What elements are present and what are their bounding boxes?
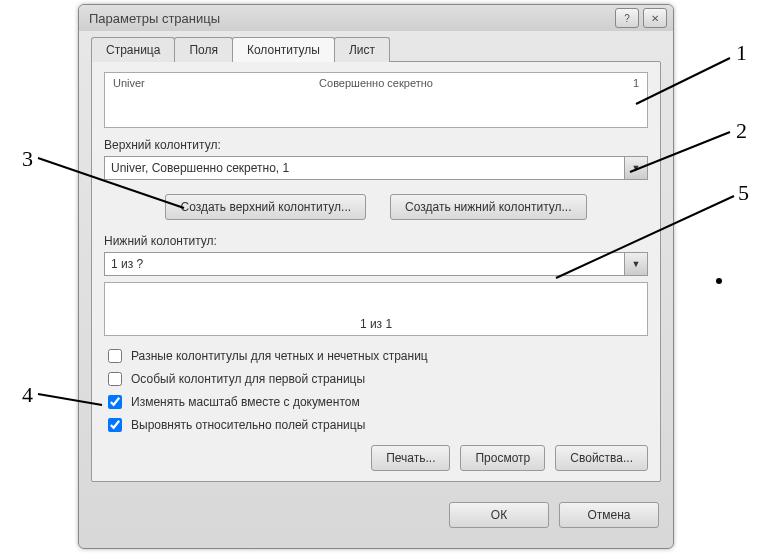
annotation-2: 2 [736, 118, 747, 144]
tab-page[interactable]: Страница [91, 37, 175, 62]
titlebar-buttons: ? ✕ [615, 8, 667, 28]
lower-header-label: Нижний колонтитул: [104, 234, 648, 248]
footer-preview-center: 1 из 1 [360, 317, 392, 331]
headers-panel: Univer Совершенно секретно 1 Верхний кол… [91, 61, 661, 482]
check-first-page-label: Особый колонтитул для первой страницы [131, 372, 365, 386]
create-lower-button[interactable]: Создать нижний колонтитул... [390, 194, 586, 220]
properties-button[interactable]: Свойства... [555, 445, 648, 471]
tab-sheet[interactable]: Лист [334, 37, 390, 62]
dot-marker [716, 278, 722, 284]
check-odd-even-label: Разные колонтитулы для четных и нечетных… [131, 349, 428, 363]
check-scale-label: Изменять масштаб вместе с документом [131, 395, 360, 409]
ok-button[interactable]: ОК [449, 502, 549, 528]
annotation-5: 5 [738, 180, 749, 206]
print-button[interactable]: Печать... [371, 445, 450, 471]
check-align-label: Выровнять относительно полей страницы [131, 418, 365, 432]
lower-header-value: 1 из ? [104, 252, 624, 276]
tab-headers[interactable]: Колонтитулы [232, 37, 335, 62]
footer-preview: 1 из 1 [104, 282, 648, 336]
create-upper-button[interactable]: Создать верхний колонтитул... [165, 194, 366, 220]
dialog-body: Страница Поля Колонтитулы Лист Univer Со… [79, 31, 673, 492]
check-odd-even[interactable] [108, 349, 122, 363]
titlebar: Параметры страницы ? ✕ [79, 5, 673, 31]
lower-header-combo[interactable]: 1 из ? ▼ [104, 252, 648, 276]
header-preview-left: Univer [113, 77, 145, 89]
tab-fields[interactable]: Поля [174, 37, 233, 62]
page-setup-dialog: Параметры страницы ? ✕ Страница Поля Кол… [78, 4, 674, 549]
annotation-1: 1 [736, 40, 747, 66]
help-button[interactable]: ? [615, 8, 639, 28]
close-button[interactable]: ✕ [643, 8, 667, 28]
upper-header-value: Univer, Совершенно секретно, 1 [104, 156, 624, 180]
annotation-4: 4 [22, 382, 33, 408]
upper-header-label: Верхний колонтитул: [104, 138, 648, 152]
check-first-page[interactable] [108, 372, 122, 386]
header-preview-center: Совершенно секретно [319, 77, 433, 89]
check-scale[interactable] [108, 395, 122, 409]
dialog-title: Параметры страницы [85, 11, 615, 26]
chevron-down-icon[interactable]: ▼ [624, 156, 648, 180]
create-buttons-row: Создать верхний колонтитул... Создать ни… [104, 194, 648, 220]
header-preview: Univer Совершенно секретно 1 [104, 72, 648, 128]
header-preview-right: 1 [633, 77, 639, 89]
cancel-button[interactable]: Отмена [559, 502, 659, 528]
panel-buttons-row: Печать... Просмотр Свойства... [104, 445, 648, 471]
options-checkboxes: Разные колонтитулы для четных и нечетных… [104, 346, 648, 435]
chevron-down-icon[interactable]: ▼ [624, 252, 648, 276]
tab-strip: Страница Поля Колонтитулы Лист [91, 37, 661, 62]
dialog-buttons-row: ОК Отмена [79, 492, 673, 538]
check-align[interactable] [108, 418, 122, 432]
preview-button[interactable]: Просмотр [460, 445, 545, 471]
annotation-3: 3 [22, 146, 33, 172]
upper-header-combo[interactable]: Univer, Совершенно секретно, 1 ▼ [104, 156, 648, 180]
